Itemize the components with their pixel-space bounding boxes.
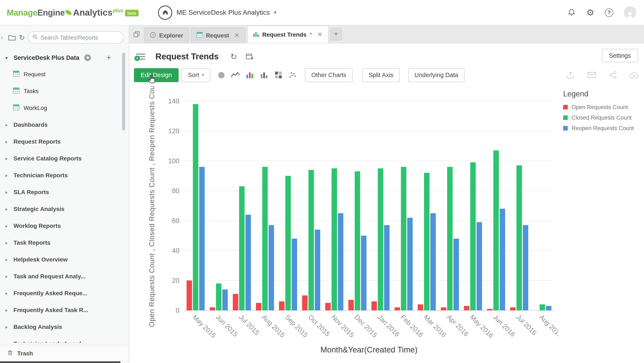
table-label: Tasks — [24, 88, 39, 94]
report-tree: ▾ ServiceDesk Plus Data ★ + RequestTasks… — [0, 50, 129, 343]
sidebar-horizontal-scrollbar[interactable] — [0, 361, 120, 363]
svg-text:Feb 2016: Feb 2016 — [399, 313, 425, 338]
svg-text:0: 0 — [176, 306, 180, 314]
sidebar-item-task-and-request-analy[interactable]: ▸Task and Request Analy... — [0, 268, 129, 285]
sidebar-item-helpdesk-overview[interactable]: ▸Helpdesk Overview — [0, 251, 129, 268]
sidebar-item-trash[interactable]: Trash — [0, 345, 129, 361]
sidebar-item-strategic-analysis[interactable]: ▸Strategic Analysis — [0, 200, 129, 217]
share-icon[interactable] — [608, 71, 617, 79]
trash-icon — [7, 349, 13, 357]
scatter-chart-icon-button[interactable] — [286, 68, 300, 82]
brand-logo: ManageEngine Analytics plus beta — [7, 7, 138, 18]
sidebar-item-technician-leaderboard[interactable]: ▸Technician Leaderboard — [0, 335, 129, 343]
expand-icon: ▸ — [6, 190, 10, 194]
svg-text:80: 80 — [172, 187, 180, 194]
other-charts-button[interactable]: Other Charts — [305, 68, 352, 82]
tab-request-trends[interactable]: Request Trends * ✕ — [247, 26, 328, 43]
sidebar-item-tasks[interactable]: Tasks — [0, 82, 129, 100]
svg-text:Jun 2016: Jun 2016 — [492, 313, 517, 338]
sidebar-item-worklog[interactable]: WorkLog — [0, 100, 129, 116]
view-menu-add-icon[interactable]: + — [136, 52, 146, 61]
legend-item-reopen-requests-count[interactable]: Reopen Requests Count — [563, 125, 644, 132]
svg-text:20: 20 — [172, 277, 180, 284]
bar-chart-alt-icon-button[interactable] — [257, 68, 271, 82]
svg-text:Apr 2016: Apr 2016 — [446, 313, 470, 338]
sidebar-item-service-catalog-reports[interactable]: ▸Service Catalog Reports — [0, 150, 129, 167]
sidebar-item-task-reports[interactable]: ▸Task Reports — [0, 234, 129, 251]
sidebar-item-worklog-reports[interactable]: ▸Worklog Reports — [0, 217, 129, 234]
refresh-tree-icon[interactable]: ↻ — [19, 33, 25, 42]
search-input[interactable] — [41, 34, 120, 41]
svg-text:Jul 2016: Jul 2016 — [515, 313, 538, 336]
svg-text:100: 100 — [168, 157, 180, 165]
legend-item-open-requests-count[interactable]: Open Requests Count — [563, 104, 644, 110]
new-view-icon[interactable] — [246, 53, 254, 60]
sidebar-item-servicedesk-plus-data[interactable]: ▾ ServiceDesk Plus Data ★ + — [0, 50, 129, 66]
folder-label: Frequently Asked Reque... — [14, 290, 88, 296]
folder-icon[interactable] — [8, 34, 16, 41]
expand-icon: ▸ — [6, 341, 10, 343]
folder-label: Technician Leaderboard — [14, 340, 81, 343]
trend-bar-chart: 020406080100120140Open Requests Count , … — [143, 86, 558, 362]
legend-item-closed-requests-count[interactable]: Closed Requests Count — [563, 114, 644, 121]
folder-label: Task and Request Analy... — [14, 273, 86, 280]
svg-text:140: 140 — [168, 97, 180, 105]
legend-items: Open Requests CountClosed Requests Count… — [563, 104, 644, 132]
settings-button[interactable]: Settings — [602, 49, 638, 62]
gear-icon[interactable]: ⚙ — [586, 8, 594, 17]
add-report-button[interactable]: + — [106, 53, 111, 62]
table-icon — [13, 104, 19, 112]
new-tab-button[interactable]: + — [330, 28, 342, 40]
folder-label: Technician Reports — [14, 172, 68, 178]
stacked-chart-icon-button[interactable] — [271, 68, 286, 82]
sidebar-item-frequently-asked-reque[interactable]: ▸Frequently Asked Reque... — [0, 285, 129, 302]
notifications-bell-icon[interactable] — [567, 7, 576, 18]
expand-icon: ▸ — [6, 274, 10, 278]
sidebar-item-sla-reports[interactable]: ▸SLA Reports — [0, 184, 129, 200]
close-icon[interactable]: ✕ — [234, 32, 240, 39]
tab-explorer[interactable]: Explorer — [144, 27, 189, 43]
help-icon[interactable]: ? — [605, 8, 613, 17]
avatar[interactable] — [624, 6, 636, 19]
sidebar-item-technician-reports[interactable]: ▸Technician Reports — [0, 167, 129, 184]
restore-panels-icon[interactable] — [134, 31, 140, 37]
sidebar-item-frequently-asked-task-r[interactable]: ▸Frequently Asked Task R... — [0, 302, 129, 318]
sidebar-item-request[interactable]: Request — [0, 66, 129, 82]
tab-bar: Explorer Request ✕ Request Trends * ✕ + — [129, 25, 644, 43]
cloud-upload-icon[interactable] — [629, 71, 639, 79]
folder-label: Backlog Analysis — [14, 324, 62, 330]
sidebar-item-request-reports[interactable]: ▸Request Reports — [0, 133, 129, 150]
bar-chart-icon-button[interactable] — [242, 68, 257, 82]
legend-label: Reopen Requests Count — [572, 125, 634, 132]
split-axis-button[interactable]: Split Axis — [362, 68, 400, 82]
tab-request[interactable]: Request ✕ — [191, 27, 246, 43]
workspace-switcher[interactable]: ME ServiceDesk Plus Analytics ▾ — [158, 5, 276, 20]
pie-chart-icon-button[interactable] — [214, 68, 228, 82]
chevron-down-icon: ▾ — [274, 10, 276, 15]
svg-text:Month&Year(Created Time): Month&Year(Created Time) — [320, 345, 418, 354]
bar-chart-icon — [253, 31, 259, 38]
collapse-sidebar-icon[interactable]: ‹ — [1, 34, 5, 41]
sidebar-search[interactable] — [28, 31, 124, 44]
sidebar-folders: ▸Dashboards▸Request Reports▸Service Cata… — [0, 116, 129, 343]
email-icon[interactable] — [587, 71, 596, 79]
table-icon — [197, 32, 202, 39]
edit-design-button[interactable]: Edit Design — [134, 68, 178, 82]
line-chart-icon-button[interactable] — [228, 68, 242, 82]
table-icon — [13, 88, 19, 94]
expand-icon: ▸ — [6, 224, 10, 228]
sidebar-scrollbar[interactable] — [122, 53, 125, 130]
close-icon[interactable]: ✕ — [317, 31, 322, 38]
sort-button[interactable]: Sort ▾ — [182, 68, 210, 82]
folder-label: SLA Reports — [14, 189, 49, 196]
refresh-report-icon[interactable]: ↻ — [230, 52, 237, 61]
export-icon[interactable] — [566, 70, 575, 80]
sidebar-item-dashboards[interactable]: ▸Dashboards — [0, 116, 129, 133]
report-header: + Request Trends ↻ Settings — [129, 47, 644, 66]
collapse-icon[interactable]: ▾ — [6, 56, 10, 60]
legend-label: Open Requests Count — [572, 104, 628, 110]
folder-label: Service Catalog Reports — [14, 155, 82, 162]
sidebar-item-backlog-analysis[interactable]: ▸Backlog Analysis — [0, 318, 129, 335]
table-label: WorkLog — [24, 104, 47, 111]
underlying-data-button[interactable]: Underlying Data — [408, 68, 464, 82]
